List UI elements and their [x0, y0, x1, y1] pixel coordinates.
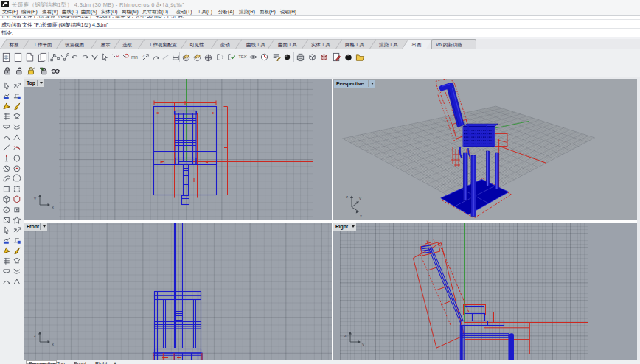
svg-text:TEXT: TEXT [238, 55, 247, 59]
svg-text:y: y [362, 342, 364, 346]
svg-text:z: z [344, 333, 347, 337]
svg-text:z: z [34, 333, 36, 337]
svg-text:x: x [52, 205, 54, 209]
svg-text:x: x [52, 342, 54, 346]
svg-text:R: R [116, 53, 119, 57]
svg-text:z: z [346, 195, 348, 199]
svg-text:2: 2 [142, 54, 145, 57]
svg-text:mn: mn [131, 55, 138, 60]
svg-text:y: y [34, 196, 36, 200]
svg-text:y: y [359, 196, 361, 200]
svg-text:x: x [360, 214, 362, 218]
